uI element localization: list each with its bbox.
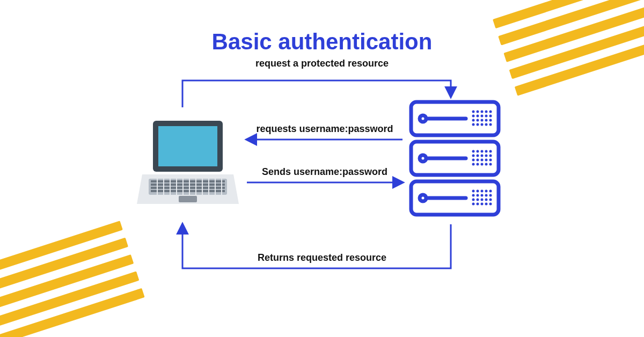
svg-point-49	[477, 150, 479, 153]
svg-rect-3	[151, 180, 225, 182]
svg-point-81	[485, 199, 488, 201]
svg-point-42	[489, 119, 492, 122]
svg-point-38	[472, 119, 475, 122]
svg-rect-18	[179, 196, 197, 202]
svg-point-33	[472, 115, 475, 118]
svg-point-35	[481, 115, 484, 118]
svg-point-75	[481, 194, 484, 197]
svg-point-73	[472, 194, 475, 197]
svg-point-62	[489, 159, 492, 162]
svg-point-31	[485, 111, 488, 113]
svg-point-53	[472, 155, 475, 157]
label-send-credentials: Sends username:password	[247, 166, 402, 178]
laptop-icon	[137, 115, 239, 214]
svg-point-74	[477, 194, 479, 197]
svg-point-63	[472, 163, 475, 166]
label-return-resource: Returns requested resource	[0, 252, 644, 263]
svg-point-85	[481, 203, 484, 206]
svg-point-44	[477, 123, 479, 126]
diagram-title: Basic authentication	[0, 29, 644, 55]
svg-point-46	[485, 123, 488, 126]
decorative-stripes-bottom	[0, 213, 154, 337]
svg-point-86	[485, 203, 488, 206]
svg-rect-1	[158, 126, 217, 166]
svg-point-28	[472, 111, 475, 113]
svg-point-34	[477, 115, 479, 118]
svg-point-78	[472, 199, 475, 201]
svg-point-70	[481, 190, 484, 193]
svg-point-55	[481, 155, 484, 157]
svg-point-58	[472, 159, 475, 162]
svg-point-61	[485, 159, 488, 162]
svg-point-37	[489, 115, 492, 118]
svg-point-54	[477, 155, 479, 157]
svg-rect-6	[151, 190, 225, 192]
svg-point-47	[489, 123, 492, 126]
svg-point-80	[481, 199, 484, 201]
label-request-credentials: requests username:password	[247, 123, 402, 135]
svg-point-52	[489, 150, 492, 153]
svg-point-51	[485, 150, 488, 153]
svg-point-84	[477, 203, 479, 206]
svg-point-69	[477, 190, 479, 193]
svg-point-59	[477, 159, 479, 162]
svg-point-32	[489, 111, 492, 113]
svg-point-87	[489, 203, 492, 206]
svg-rect-4	[151, 184, 225, 186]
svg-point-26	[420, 195, 426, 201]
svg-point-68	[472, 190, 475, 193]
svg-point-64	[477, 163, 479, 166]
svg-point-65	[481, 163, 484, 166]
svg-point-71	[485, 190, 488, 193]
svg-point-48	[472, 150, 475, 153]
svg-point-22	[420, 115, 426, 122]
svg-point-79	[477, 199, 479, 201]
svg-point-67	[489, 163, 492, 166]
svg-point-56	[485, 155, 488, 157]
svg-point-39	[477, 119, 479, 122]
svg-point-76	[485, 194, 488, 197]
label-request-resource: request a protected resource	[0, 58, 644, 69]
svg-point-57	[489, 155, 492, 157]
svg-point-66	[485, 163, 488, 166]
svg-point-36	[485, 115, 488, 118]
svg-point-50	[481, 150, 484, 153]
svg-point-29	[477, 111, 479, 113]
svg-point-72	[489, 190, 492, 193]
svg-point-24	[420, 155, 426, 162]
svg-point-82	[489, 199, 492, 201]
svg-point-83	[472, 203, 475, 206]
svg-rect-5	[151, 187, 225, 189]
svg-point-40	[481, 119, 484, 122]
svg-point-60	[481, 159, 484, 162]
server-icon	[408, 97, 502, 222]
svg-point-45	[481, 123, 484, 126]
svg-point-41	[485, 119, 488, 122]
svg-point-30	[481, 111, 484, 113]
svg-point-43	[472, 123, 475, 126]
svg-point-77	[489, 194, 492, 197]
